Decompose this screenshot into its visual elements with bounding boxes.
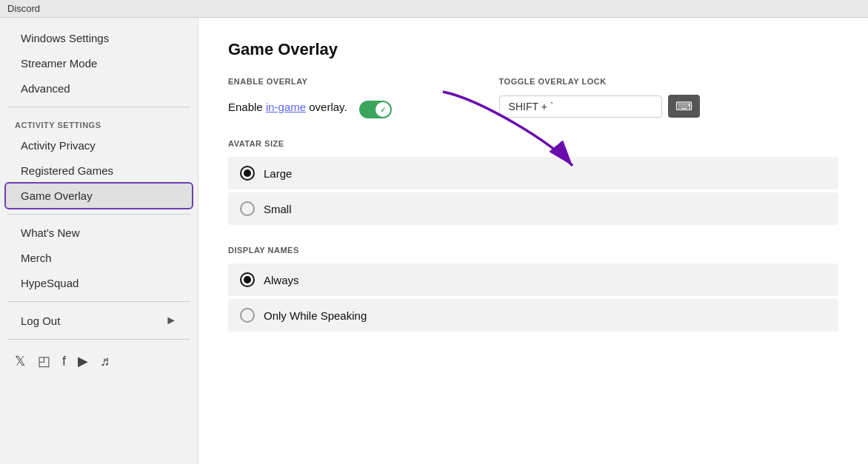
enable-overlay-row: Enable in-game overlay. ✓ <box>228 95 455 118</box>
radio-only-while-speaking[interactable]: Only While Speaking <box>228 299 838 332</box>
toggle-checkmark-icon: ✓ <box>380 106 386 114</box>
sidebar-item-activity-privacy[interactable]: Activity Privacy <box>6 133 192 158</box>
sidebar-divider-2 <box>7 214 190 215</box>
toggle-overlay-lock-section: TOGGLE OVERLAY LOCK ⌨ <box>499 77 838 118</box>
toggle-lock-label: TOGGLE OVERLAY LOCK <box>499 77 838 86</box>
youtube-icon[interactable]: ▶ <box>78 353 88 369</box>
sidebar-divider-3 <box>7 301 190 302</box>
enable-overlay-toggle[interactable]: ✓ <box>359 101 392 118</box>
twitter-icon[interactable]: 𝕏 <box>15 353 26 369</box>
sidebar-item-streamer-mode[interactable]: Streamer Mode <box>6 51 192 75</box>
sidebar-item-hypesquad[interactable]: HypeSquad <box>6 271 192 295</box>
hotkey-row: ⌨ <box>499 95 838 118</box>
enable-overlay-section: ENABLE OVERLAY Enable in-game overlay. ✓ <box>228 77 455 118</box>
page-title: Game Overlay <box>228 40 838 59</box>
avatar-size-section: AVATAR SIZE Large Small <box>228 139 838 225</box>
hotkey-input[interactable] <box>499 95 662 118</box>
sidebar-item-registered-games[interactable]: Registered Games <box>6 158 192 183</box>
tiktok-icon[interactable]: ♬ <box>100 354 110 369</box>
display-names-label: DISPLAY NAMES <box>228 246 838 255</box>
enable-overlay-text: Enable in-game overlay. <box>228 101 347 113</box>
title-bar: Discord <box>0 0 868 18</box>
logout-arrow-icon: ► <box>165 314 177 327</box>
radio-always-label: Always <box>264 274 299 286</box>
sidebar-item-windows-settings[interactable]: Windows Settings <box>6 26 192 50</box>
radio-always[interactable]: Always <box>228 263 838 296</box>
sidebar-item-game-overlay[interactable]: Game Overlay <box>6 184 192 208</box>
facebook-icon[interactable]: f <box>62 354 66 369</box>
avatar-size-label: AVATAR SIZE <box>228 139 838 148</box>
radio-speaking-label: Only While Speaking <box>264 309 367 322</box>
logout-button[interactable]: Log Out ► <box>6 308 192 333</box>
sidebar-item-whats-new[interactable]: What's New <box>6 221 192 245</box>
radio-small[interactable]: Small <box>228 192 838 225</box>
radio-inner-large <box>244 169 251 177</box>
radio-circle-speaking <box>240 308 255 323</box>
in-game-link: in-game <box>266 101 306 113</box>
social-icons-row: 𝕏 ◰ f ▶ ♬ <box>0 346 198 377</box>
sidebar: Windows Settings Streamer Mode Advanced … <box>0 18 198 464</box>
radio-circle-always <box>240 272 255 287</box>
sidebar-divider-4 <box>7 339 190 340</box>
toggle-knob: ✓ <box>375 102 390 117</box>
sidebar-item-merch[interactable]: Merch <box>6 246 192 270</box>
sidebar-divider-1 <box>7 107 190 107</box>
main-content: Game Overlay ENABLE OVERLAY Enable in-ga… <box>198 18 868 464</box>
enable-overlay-label: ENABLE OVERLAY <box>228 77 455 86</box>
app-title: Discord <box>7 3 40 14</box>
radio-large-label: Large <box>264 167 292 180</box>
radio-small-label: Small <box>264 203 292 215</box>
radio-circle-large <box>240 166 255 181</box>
instagram-icon[interactable]: ◰ <box>38 353 50 369</box>
overlay-settings-row: ENABLE OVERLAY Enable in-game overlay. ✓… <box>228 77 838 118</box>
keyboard-button[interactable]: ⌨ <box>668 95 700 118</box>
logout-label: Log Out <box>21 315 60 327</box>
display-names-section: DISPLAY NAMES Always Only While Speaking <box>228 246 838 332</box>
radio-circle-small <box>240 201 255 216</box>
sidebar-item-advanced[interactable]: Advanced <box>6 76 192 101</box>
activity-settings-label: ACTIVITY SETTINGS <box>0 113 198 132</box>
main-layout: Windows Settings Streamer Mode Advanced … <box>0 18 868 464</box>
radio-inner-always <box>244 276 251 283</box>
radio-large[interactable]: Large <box>228 157 838 189</box>
